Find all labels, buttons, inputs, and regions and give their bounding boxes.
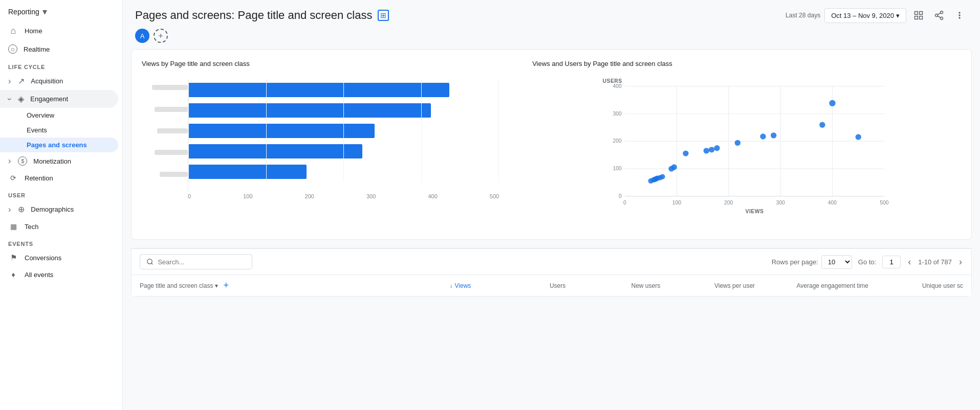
bar-xaxis-200: 200 xyxy=(305,193,314,199)
col-header-views[interactable]: ↓ Views xyxy=(376,282,471,289)
sidebar-engagement-label: Engagement xyxy=(30,95,68,103)
svg-point-45 xyxy=(735,140,741,146)
acquisition-icon: ↗ xyxy=(18,76,25,86)
sidebar-conversions-label: Conversions xyxy=(25,254,61,262)
page-title-icon: ⊞ xyxy=(378,10,389,21)
engagement-icon: ◈ xyxy=(18,94,24,104)
sidebar-item-monetization[interactable]: › $ Monetization xyxy=(0,152,118,170)
next-page-button[interactable]: › xyxy=(958,256,963,268)
bar-label-5 xyxy=(160,172,188,177)
bar-fill-5 xyxy=(188,165,307,179)
sidebar-item-tech[interactable]: ▦ Tech xyxy=(0,218,118,235)
acquisition-expand-icon: › xyxy=(8,77,11,86)
col-views-label: Views xyxy=(455,282,471,289)
svg-text:300: 300 xyxy=(776,200,785,206)
svg-text:300: 300 xyxy=(613,111,622,117)
sidebar-item-acquisition[interactable]: › ↗ Acquisition xyxy=(0,72,118,90)
svg-text:200: 200 xyxy=(724,200,733,206)
col-page-dropdown-icon: ▾ xyxy=(215,282,218,289)
page-title-row: Pages and screens: Page title and screen… xyxy=(135,9,389,22)
bar-fill-3 xyxy=(188,124,375,138)
bar-xaxis-0: 0 xyxy=(188,193,191,199)
sidebar-sub-item-pages-screens[interactable]: Pages and screens xyxy=(0,138,118,152)
compare-icon-button[interactable] xyxy=(910,7,927,24)
svg-point-5 xyxy=(935,14,938,17)
svg-point-49 xyxy=(829,100,835,106)
events-section-label: EVENTS xyxy=(0,235,122,249)
svg-text:100: 100 xyxy=(613,166,622,171)
svg-point-48 xyxy=(819,122,825,128)
svg-line-7 xyxy=(938,16,941,17)
charts-row: Views by Page title and screen class xyxy=(142,60,961,229)
table-toolbar: Rows per page: 10 25 50 100 Go to: ‹ 1-1… xyxy=(132,248,971,275)
col-users-label: Users xyxy=(550,282,565,289)
pagination-text: 1-10 of 787 xyxy=(918,258,952,266)
col-header-new-users[interactable]: New users xyxy=(565,282,660,289)
sidebar-item-home[interactable]: ⌂ Home xyxy=(0,21,118,40)
svg-point-41 xyxy=(683,150,688,156)
sidebar-item-realtime[interactable]: ○ Realtime xyxy=(0,40,118,58)
goto-page-input[interactable] xyxy=(882,256,901,268)
sidebar-item-conversions[interactable]: ⚑ Conversions xyxy=(0,249,118,266)
tech-icon: ▦ xyxy=(8,222,18,231)
main-content: Pages and screens: Page title and screen… xyxy=(123,0,980,410)
bar-row-3 xyxy=(188,123,499,139)
svg-text:200: 200 xyxy=(613,138,622,144)
sidebar-item-retention[interactable]: ⟳ Retention xyxy=(0,170,118,186)
svg-point-4 xyxy=(941,11,943,14)
svg-text:VIEWS: VIEWS xyxy=(746,209,764,214)
svg-rect-0 xyxy=(915,12,918,15)
sidebar-monetization-label: Monetization xyxy=(33,157,71,165)
bar-row-1 xyxy=(188,82,499,98)
home-icon: ⌂ xyxy=(8,26,18,36)
sidebar-sub-item-overview[interactable]: Overview xyxy=(0,108,118,123)
avatar[interactable]: A xyxy=(135,29,149,43)
col-page-label: Page title and screen class xyxy=(140,282,213,289)
col-new-users-label: New users xyxy=(631,282,660,289)
sidebar-item-engagement[interactable]: › ◈ Engagement xyxy=(0,90,118,108)
date-range-chevron-icon: ▾ xyxy=(896,12,900,19)
bar-chart-title: Views by Page title and screen class xyxy=(142,60,499,67)
sidebar-item-demographics[interactable]: › ⊕ Demographics xyxy=(0,200,118,218)
reporting-header[interactable]: Reporting ▾ xyxy=(0,0,122,21)
svg-line-8 xyxy=(938,13,941,14)
search-input[interactable] xyxy=(158,258,246,266)
svg-line-52 xyxy=(151,263,153,265)
date-range-button[interactable]: Oct 13 – Nov 9, 2020 ▾ xyxy=(824,8,906,23)
svg-point-47 xyxy=(771,132,776,138)
svg-text:400: 400 xyxy=(613,83,622,89)
svg-rect-2 xyxy=(920,16,923,19)
sidebar-retention-label: Retention xyxy=(25,174,53,182)
user-section-label: USER xyxy=(0,186,122,200)
sidebar-demographics-label: Demographics xyxy=(31,206,74,213)
rows-per-page-label: Rows per page: xyxy=(772,258,818,266)
svg-point-6 xyxy=(941,17,943,19)
sidebar-sub-item-events[interactable]: Events xyxy=(0,123,118,138)
col-unique-users-label: Unique user sc xyxy=(922,282,963,289)
col-header-unique-users[interactable]: Unique user sc xyxy=(868,282,963,289)
col-header-page[interactable]: Page title and screen class ▾ + xyxy=(140,280,376,291)
svg-point-50 xyxy=(856,134,861,140)
svg-rect-1 xyxy=(920,12,923,15)
scatter-svg: USERS 400 300 200 100 0 xyxy=(532,76,961,229)
reporting-label: Reporting xyxy=(8,8,39,16)
prev-page-button[interactable]: ‹ xyxy=(907,256,912,268)
overview-label: Overview xyxy=(27,111,54,119)
sidebar-all-events-label: All events xyxy=(25,271,53,279)
more-options-icon-button[interactable] xyxy=(951,7,968,24)
col-header-users[interactable]: Users xyxy=(471,282,565,289)
share-icon-button[interactable] xyxy=(931,7,947,24)
charts-container: Views by Page title and screen class xyxy=(131,49,972,240)
bar-xaxis-500: 500 xyxy=(490,193,499,199)
all-events-icon: ♦ xyxy=(8,270,18,279)
sidebar-item-all-events[interactable]: ♦ All events xyxy=(0,266,118,283)
search-box[interactable] xyxy=(140,254,252,269)
col-header-views-per-user[interactable]: Views per user xyxy=(660,282,755,289)
rows-per-page-select[interactable]: 10 25 50 100 xyxy=(821,255,852,269)
col-page-add-icon[interactable]: + xyxy=(223,280,229,291)
add-comparison-button[interactable] xyxy=(154,29,168,43)
bar-row-4 xyxy=(188,143,499,160)
svg-text:400: 400 xyxy=(828,200,837,206)
col-header-avg-engagement[interactable]: Average engagement time xyxy=(755,282,868,289)
sidebar-realtime-label: Realtime xyxy=(24,45,50,53)
